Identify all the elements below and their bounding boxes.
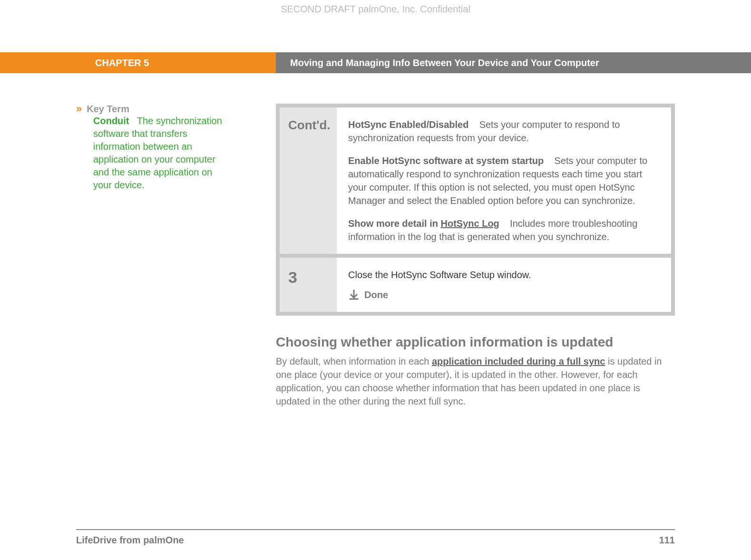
main-column: Cont'd. HotSync Enabled/Disabled Sets yo… [276, 104, 675, 408]
footer-left: LifeDrive from palmOne [76, 535, 184, 546]
option-bold: HotSync Enabled/Disabled [348, 119, 468, 130]
chevron-right-icon: » [76, 104, 82, 114]
keyterm-definition: The synchronization software that transf… [93, 116, 222, 190]
keyterm-definition-block: Conduit The synchronization software tha… [93, 115, 224, 192]
section-body-before: By default, when information in each [276, 356, 432, 367]
steps-container: Cont'd. HotSync Enabled/Disabled Sets yo… [276, 104, 675, 316]
application-full-sync-link[interactable]: application included during a full sync [432, 356, 605, 367]
step-3-row: 3 Close the HotSync Software Setup windo… [280, 258, 671, 312]
done-label: Done [364, 288, 388, 301]
content-row: » Key Term Conduit The synchronization s… [76, 104, 675, 408]
arrow-down-icon [348, 289, 360, 300]
keyterm-term: Conduit [93, 116, 129, 126]
document-page: SECOND DRAFT palmOne, Inc. Confidential … [0, 0, 751, 560]
step-3-body: Close the HotSync Software Setup window.… [337, 258, 671, 312]
hotsync-log-link[interactable]: HotSync Log [440, 218, 499, 229]
chapter-label: CHAPTER 5 [0, 52, 276, 73]
header-bars: CHAPTER 5 Moving and Managing Info Betwe… [0, 52, 751, 73]
footer: LifeDrive from palmOne 111 [76, 529, 675, 546]
option-bold-prefix: Show more detail in [348, 218, 440, 229]
option-bold: Enable HotSync software at system startu… [348, 155, 544, 166]
step-contd-row: Cont'd. HotSync Enabled/Disabled Sets yo… [280, 107, 671, 254]
step-number-3: 3 [280, 258, 337, 312]
done-row: Done [348, 288, 660, 301]
section-body: By default, when information in each app… [276, 355, 675, 408]
sidebar-keyterm: » Key Term Conduit The synchronization s… [76, 104, 224, 408]
step-contd-label: Cont'd. [280, 107, 337, 254]
watermark-text: SECOND DRAFT palmOne, Inc. Confidential [0, 4, 751, 15]
step-3-action: Close the HotSync Software Setup window. [348, 268, 660, 281]
step-contd-body: HotSync Enabled/Disabled Sets your compu… [337, 107, 671, 254]
chapter-title: Moving and Managing Info Between Your De… [276, 52, 751, 73]
section-heading: Choosing whether application information… [276, 335, 675, 350]
keyterm-label: Key Term [87, 104, 129, 115]
keyterm-heading-row: » Key Term [76, 104, 224, 115]
footer-page-number: 111 [659, 535, 675, 546]
